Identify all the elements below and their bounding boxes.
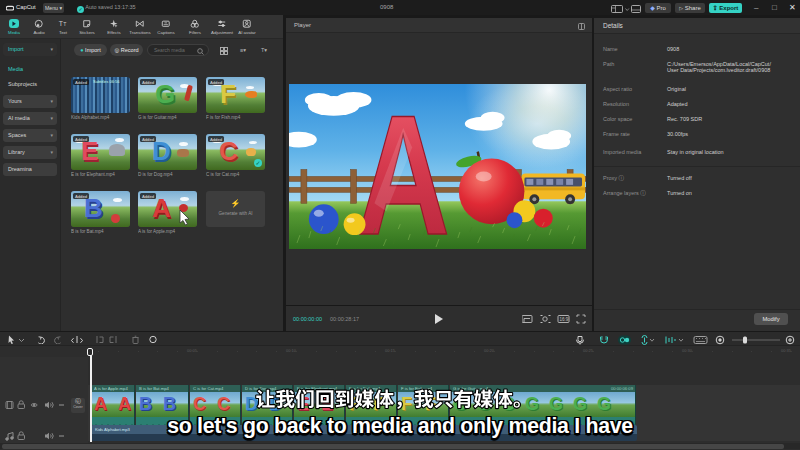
svg-text:T: T [63, 21, 67, 27]
svg-text:16:9: 16:9 [560, 317, 569, 322]
